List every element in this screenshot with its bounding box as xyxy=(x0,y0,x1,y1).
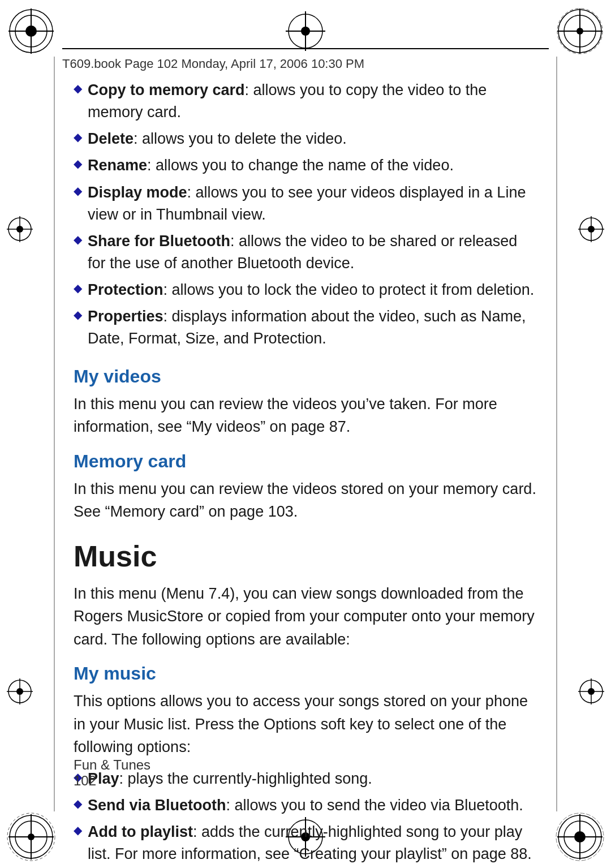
bullet-item-share: ◆ Share for Bluetooth: allows the video … xyxy=(74,230,537,274)
my-music-heading: My music xyxy=(74,663,537,684)
memory-card-body: In this menu you can review the videos s… xyxy=(74,478,537,523)
bullet-text-delete: Delete: allows you to delete the video. xyxy=(88,128,347,150)
bullet-item-copy: ◆ Copy to memory card: allows you to cop… xyxy=(74,79,537,123)
diamond-icon-share: ◆ xyxy=(74,231,82,248)
bullet-text-display: Display mode: allows you to see your vid… xyxy=(88,182,537,226)
bullet-text-protection: Protection: allows you to lock the video… xyxy=(88,279,534,301)
bullet-text-add-playlist: Add to playlist: adds the currently-high… xyxy=(88,821,537,865)
music-heading: Music xyxy=(74,539,537,573)
bullet-text-rename: Rename: allows you to change the name of… xyxy=(88,154,454,177)
bullet-text-send-bluetooth: Send via Bluetooth: allows you to send t… xyxy=(88,794,523,817)
section-my-videos: My videos In this menu you can review th… xyxy=(74,366,537,439)
bullet-item-send-bluetooth: ◆ Send via Bluetooth: allows you to send… xyxy=(74,794,537,817)
side-line-left xyxy=(54,57,55,811)
corner-mark-tl xyxy=(6,6,57,57)
bullet-item-add-playlist: ◆ Add to playlist: adds the currently-hi… xyxy=(74,821,537,865)
header-text: T609.book Page 102 Monday, April 17, 200… xyxy=(62,57,364,71)
section-music: Music In this menu (Menu 7.4), you can v… xyxy=(74,539,537,651)
diamond-icon-delete: ◆ xyxy=(74,129,82,145)
side-line-right xyxy=(556,57,557,811)
corner-mark-br xyxy=(554,811,605,862)
top-bullet-list: ◆ Copy to memory card: allows you to cop… xyxy=(74,79,537,350)
my-music-body-intro: This options allows you to access your s… xyxy=(74,690,537,759)
diamond-icon-add-playlist: ◆ xyxy=(74,822,82,839)
bullet-item-display: ◆ Display mode: allows you to see your v… xyxy=(74,182,537,226)
diamond-icon-copy: ◆ xyxy=(74,80,82,97)
my-videos-body: In this menu you can review the videos y… xyxy=(74,393,537,439)
section-memory-card: Memory card In this menu you can review … xyxy=(74,451,537,523)
diamond-icon-send-bluetooth: ◆ xyxy=(74,796,82,812)
music-body: In this menu (Menu 7.4), you can view so… xyxy=(74,582,537,651)
memory-card-heading: Memory card xyxy=(74,451,537,472)
bullet-item-rename: ◆ Rename: allows you to change the name … xyxy=(74,154,537,177)
corner-mark-tr xyxy=(554,6,605,57)
bullet-text-copy: Copy to memory card: allows you to copy … xyxy=(88,79,537,123)
page-container: T609.book Page 102 Monday, April 17, 200… xyxy=(0,0,611,868)
bullet-item-properties: ◆ Properties: displays information about… xyxy=(74,306,537,350)
diamond-icon-rename: ◆ xyxy=(74,156,82,172)
footer: Fun & Tunes 102 xyxy=(74,757,150,789)
corner-mark-bl xyxy=(6,811,57,862)
header-bar: T609.book Page 102 Monday, April 17, 200… xyxy=(62,48,549,72)
diamond-icon-protection: ◆ xyxy=(74,280,82,297)
diamond-icon-properties: ◆ xyxy=(74,307,82,323)
bullet-text-share: Share for Bluetooth: allows the video to… xyxy=(88,230,537,274)
content-area: ◆ Copy to memory card: allows you to cop… xyxy=(74,79,537,789)
side-mark-left-top xyxy=(6,215,34,247)
footer-line1: Fun & Tunes xyxy=(74,757,150,773)
diamond-icon-display: ◆ xyxy=(74,183,82,199)
footer-line2: 102 xyxy=(74,773,150,789)
side-mark-right-bottom xyxy=(577,677,605,710)
bullet-text-properties: Properties: displays information about t… xyxy=(88,306,537,350)
bullet-item-delete: ◆ Delete: allows you to delete the video… xyxy=(74,128,537,150)
side-mark-left-bottom xyxy=(6,677,34,710)
bullet-item-protection: ◆ Protection: allows you to lock the vid… xyxy=(74,279,537,301)
my-videos-heading: My videos xyxy=(74,366,537,387)
side-mark-right-top xyxy=(577,215,605,247)
